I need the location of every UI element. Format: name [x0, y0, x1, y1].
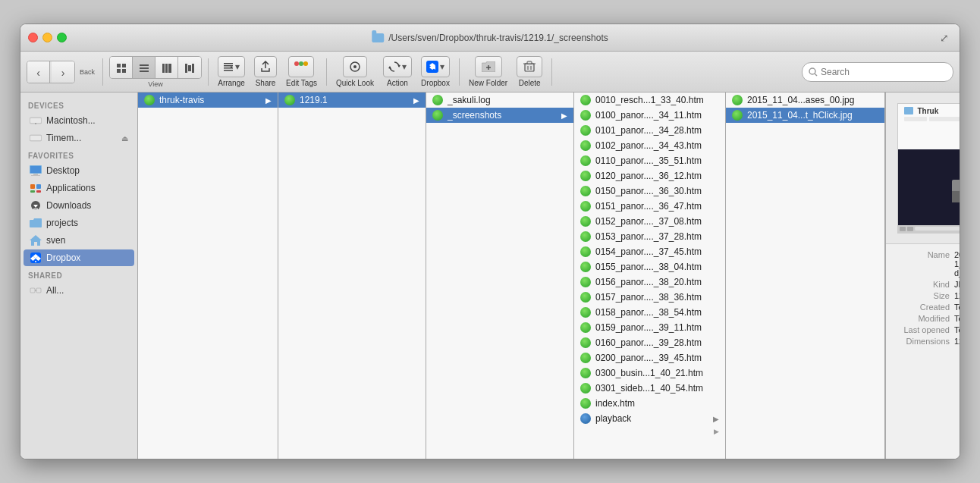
col4-item-10[interactable]: 0154_panor...._37_45.htm: [574, 244, 725, 259]
quick-look-button[interactable]: Quick Look: [333, 55, 377, 89]
svg-rect-4: [140, 64, 149, 66]
delete-button[interactable]: Delete: [514, 55, 545, 89]
col4-label-10: 0154_panor...._37_45.htm: [595, 246, 702, 257]
sync-icon: [144, 95, 155, 105]
col4-item-4[interactable]: 0110_panor...._35_51.htm: [574, 153, 725, 168]
delete-label: Delete: [519, 79, 541, 87]
meta-size-row: Size 124 KB: [894, 291, 960, 300]
last-opened-value: Today 12:41: [954, 325, 960, 334]
col4-item-20[interactable]: index.htm: [574, 396, 725, 411]
list-view-btn[interactable]: [133, 57, 155, 79]
svg-rect-16: [224, 70, 233, 71]
col4-label-12: 0156_panor...._38_20.htm: [595, 277, 702, 287]
nav-button-group: ‹ ›: [27, 61, 75, 83]
search-input[interactable]: [821, 67, 947, 77]
eject-icon[interactable]: ⏏: [121, 134, 128, 143]
favorites-header: FAVORITES: [20, 147, 137, 162]
col5-item-1[interactable]: 2015_11_04...t_hClick.jpg: [726, 108, 884, 123]
minimize-button[interactable]: [42, 33, 52, 42]
col4-label-14: 0158_panor...._38_54.htm: [595, 307, 702, 318]
col4-label-0: 0010_resch...1_33_40.htm: [595, 95, 704, 105]
col4-item-15[interactable]: 0159_panor...._39_11.htm: [574, 320, 725, 335]
col5-item-0[interactable]: 2015_11_04...ases_00.jpg: [726, 93, 884, 108]
back-label: Back: [80, 68, 95, 76]
name-label: Name: [894, 250, 954, 278]
col4-item-8[interactable]: 0152_panor...._37_08.htm: [574, 214, 725, 229]
separator-4: [459, 58, 460, 86]
sidebar-item-downloads[interactable]: Downloads: [24, 197, 134, 214]
col1-item-thruk-travis[interactable]: thruk-travis ▶: [138, 93, 278, 108]
col4-item-11[interactable]: 0155_panor...._38_04.htm: [574, 259, 725, 274]
sidebar-item-timem[interactable]: Timem... ⏏: [24, 130, 134, 146]
forward-button[interactable]: ›: [52, 61, 74, 83]
meta-kind-row: Kind JPEG image: [894, 280, 960, 289]
sidebar-item-sven[interactable]: sven: [24, 232, 134, 249]
col2-item-1219[interactable]: 1219.1 ▶: [278, 93, 426, 108]
search-box[interactable]: [802, 62, 953, 82]
col4-item-13[interactable]: 0157_panor...._38_36.htm: [574, 290, 725, 305]
sync-icon-2: [284, 95, 295, 105]
col4-label-6: 0150_panor...._36_30.htm: [595, 186, 702, 196]
new-folder-label: New Folder: [469, 79, 507, 87]
col4-item-9[interactable]: 0153_panor...._37_28.htm: [574, 229, 725, 244]
back-button[interactable]: ‹: [27, 61, 50, 83]
col4-label-15: 0159_panor...._39_11.htm: [595, 322, 702, 333]
col4-item-19[interactable]: 0301_sideb...1_40_54.htm: [574, 381, 725, 396]
sidebar-item-desktop[interactable]: Desktop: [24, 162, 134, 179]
col4-item-0[interactable]: 0010_resch...1_33_40.htm: [574, 93, 725, 108]
column-1: thruk-travis ▶: [138, 93, 278, 459]
dropbox-sidebar-icon: [30, 252, 42, 264]
file-sync-6: [580, 186, 591, 196]
col4-item-5[interactable]: 0120_panor...._36_12.htm: [574, 168, 725, 183]
col4-item-1[interactable]: 0100_panor...._34_11.htm: [574, 108, 725, 123]
action-button[interactable]: ▾ Action: [380, 55, 415, 89]
svg-point-22: [353, 65, 357, 68]
col4-item-18[interactable]: 0300_busin...1_40_21.htm: [574, 365, 725, 381]
img-sync-1: [732, 110, 743, 121]
col4-item-7[interactable]: 0151_panor...._36_47.htm: [574, 199, 725, 214]
col4-label-13: 0157_panor...._38_36.htm: [595, 292, 702, 303]
col4-item-21[interactable]: playback ▶: [574, 411, 725, 426]
close-button[interactable]: [28, 33, 38, 42]
col4-item-14[interactable]: 0158_panor...._38_54.htm: [574, 305, 725, 320]
col3-item-sakuli[interactable]: _sakuli.log: [426, 93, 573, 108]
coverflow-view-btn[interactable]: [178, 57, 201, 79]
dropbox-button[interactable]: ▾ Dropbox: [418, 55, 453, 89]
arrange-button[interactable]: ▾ Arrange: [215, 55, 248, 89]
expand-icon[interactable]: ⤢: [940, 32, 952, 44]
sidebar-item-all[interactable]: All...: [24, 282, 134, 299]
col4-scroll-end: ▶: [574, 426, 725, 437]
col4-item-2[interactable]: 0101_panor...._34_28.htm: [574, 123, 725, 138]
col4-item-6[interactable]: 0150_panor...._36_30.htm: [574, 183, 725, 199]
share-button[interactable]: Share: [251, 55, 280, 89]
sidebar-item-applications[interactable]: Applications: [24, 180, 134, 196]
preview-meta: Name 2015_11_04_11_41_1 1_291_Assertion_…: [886, 244, 960, 459]
edit-tags-button[interactable]: Edit Tags: [283, 55, 320, 89]
col4-item-16[interactable]: 0160_panor...._39_28.htm: [574, 335, 725, 350]
svg-rect-45: [36, 184, 41, 189]
column-view-btn[interactable]: [155, 57, 178, 79]
svg-rect-43: [31, 175, 40, 176]
traffic-lights: [28, 33, 67, 42]
meta-name-row: Name 2015_11_04_11_41_1 1_291_Assertion_…: [894, 250, 960, 278]
sidebar-item-dropbox[interactable]: Dropbox: [24, 249, 134, 266]
file-sync-0: [580, 95, 591, 105]
svg-line-34: [815, 74, 817, 76]
column-3: _sakuli.log _screenshots ▶: [426, 93, 574, 459]
col4-item-3[interactable]: 0102_panor...._34_43.htm: [574, 138, 725, 153]
maximize-button[interactable]: [57, 33, 67, 42]
svg-rect-54: [30, 288, 35, 293]
col4-item-17[interactable]: 0200_panor...._39_45.htm: [574, 350, 725, 365]
svg-rect-2: [117, 69, 121, 73]
new-folder-button[interactable]: New Folder: [466, 55, 510, 89]
view-button-group: [109, 56, 202, 79]
sidebar-item-projects[interactable]: projects: [24, 215, 134, 231]
share-label: Share: [256, 79, 276, 87]
col4-item-12[interactable]: 0156_panor...._38_20.htm: [574, 274, 725, 290]
icon-view-btn[interactable]: [110, 57, 133, 79]
col4-label-7: 0151_panor...._36_47.htm: [595, 201, 702, 212]
svg-point-18: [294, 61, 299, 66]
sidebar-item-macintosh[interactable]: Macintosh...: [24, 112, 134, 129]
col4-label-5: 0120_panor...._36_12.htm: [595, 171, 702, 181]
col3-item-screenshots[interactable]: _screenshots ▶: [426, 108, 573, 123]
